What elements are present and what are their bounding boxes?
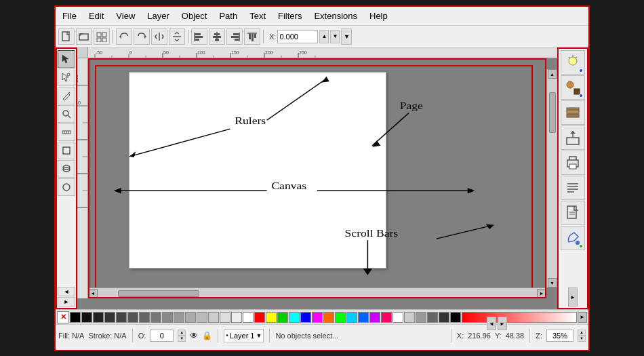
- scrollbar-v-down-btn[interactable]: ▼: [548, 278, 557, 288]
- scrollbar-horizontal[interactable]: ◄ ►: [88, 288, 546, 298]
- layers-btn[interactable]: [561, 100, 585, 125]
- color-swatch[interactable]: [416, 312, 426, 323]
- menu-edit[interactable]: Edit: [86, 10, 106, 22]
- toolbar-redo-btn[interactable]: [134, 28, 150, 45]
- color-swatch[interactable]: [393, 312, 403, 323]
- menu-help[interactable]: Help: [367, 10, 390, 22]
- sphere-tool-btn[interactable]: [58, 160, 75, 178]
- toolbar-undo-btn[interactable]: [116, 28, 132, 45]
- toolbar-x-input[interactable]: [277, 30, 318, 43]
- layer-selector[interactable]: • Layer 1 ▼: [224, 329, 264, 342]
- grayscale-swatch[interactable]: [185, 312, 196, 323]
- scrollbar-v-thumb[interactable]: [549, 92, 556, 133]
- panel-expand-btn[interactable]: ►: [568, 288, 578, 306]
- menu-filters[interactable]: Filters: [275, 10, 304, 22]
- red-gradient-swatch[interactable]: [462, 312, 577, 323]
- grayscale-swatch[interactable]: [243, 312, 254, 323]
- menu-object[interactable]: Object: [179, 10, 210, 22]
- color-swatch[interactable]: [381, 312, 392, 323]
- grayscale-swatch[interactable]: [197, 312, 207, 323]
- toolbar-x-up-btn[interactable]: ▲: [319, 30, 329, 43]
- tool-arrow-left-btn[interactable]: ◄: [58, 287, 75, 296]
- menu-view[interactable]: View: [113, 10, 138, 22]
- opacity-up-btn[interactable]: ▲: [178, 330, 186, 336]
- drawing-area[interactable]: Rulers Canvas: [88, 58, 546, 298]
- color-swatch[interactable]: [439, 312, 449, 323]
- selector-tool-btn[interactable]: [58, 50, 75, 68]
- toolbar-flip-h-btn[interactable]: [151, 28, 167, 45]
- scrollbar-v-up-btn[interactable]: ▲: [548, 69, 557, 79]
- zoom-up-btn[interactable]: ▲: [578, 330, 586, 336]
- toolbar-align-right-btn[interactable]: [226, 28, 243, 45]
- toolbar-flip-v-btn[interactable]: [169, 28, 185, 45]
- grayscale-swatch[interactable]: [162, 312, 173, 323]
- xml-editor-btn[interactable]: [561, 75, 585, 100]
- grayscale-swatch[interactable]: [116, 312, 127, 323]
- print2-btn[interactable]: [561, 151, 585, 175]
- scrollbar-h-left-btn[interactable]: ◄: [88, 289, 98, 298]
- color-swatch[interactable]: [300, 312, 311, 323]
- color-swatch[interactable]: [369, 312, 380, 323]
- color-swatch[interactable]: [254, 312, 265, 323]
- lock-icon[interactable]: 🔒: [202, 331, 212, 340]
- canvas-viewport[interactable]: -100 0: [77, 58, 557, 298]
- toolbar-align-center-btn[interactable]: [209, 28, 225, 45]
- toolbar-open-recent-btn[interactable]: [94, 28, 110, 45]
- grayscale-swatch[interactable]: [139, 312, 150, 323]
- visibility-icon[interactable]: 👁: [190, 331, 198, 340]
- color-swatch[interactable]: [289, 312, 300, 323]
- scrollbar-h-thumb[interactable]: [118, 290, 199, 297]
- pen-tool-btn[interactable]: [58, 87, 75, 104]
- tool-arrow-right-btn[interactable]: ►: [58, 297, 75, 306]
- canvas-area[interactable]: -50 0 50 100 150 200 250: [77, 47, 557, 309]
- symbols-btn[interactable]: [561, 176, 585, 200]
- document-props-btn[interactable]: [561, 201, 585, 225]
- color-swatch[interactable]: [335, 312, 346, 323]
- zoom-input[interactable]: [546, 330, 573, 342]
- toolbar-dropdown-btn[interactable]: ▼: [341, 28, 352, 45]
- grayscale-swatch[interactable]: [220, 312, 230, 323]
- measure-tool-btn[interactable]: [58, 123, 75, 141]
- menu-layer[interactable]: Layer: [144, 10, 172, 22]
- export-btn[interactable]: [561, 125, 585, 150]
- grayscale-swatch[interactable]: [231, 312, 242, 323]
- menu-extensions[interactable]: Extensions: [311, 10, 360, 22]
- node-editor-tool-btn[interactable]: [58, 68, 75, 86]
- menu-path[interactable]: Path: [216, 10, 240, 22]
- grayscale-swatch[interactable]: [93, 312, 104, 323]
- bottom-nav-left[interactable]: ◄: [487, 317, 496, 330]
- grayscale-swatch[interactable]: [127, 312, 138, 323]
- toolbar-align-left-btn[interactable]: [191, 28, 207, 45]
- no-color-swatch[interactable]: ✕: [57, 311, 69, 323]
- menu-text[interactable]: Text: [247, 10, 268, 22]
- paint-bucket-btn[interactable]: [561, 226, 585, 250]
- toolbar-open-btn[interactable]: [76, 28, 92, 45]
- zoom-tool-btn[interactable]: [58, 105, 75, 123]
- toolbar-align-top-btn[interactable]: [244, 28, 260, 45]
- menu-file[interactable]: File: [60, 10, 79, 22]
- grayscale-swatch[interactable]: [81, 312, 92, 323]
- palette-scroll-btn[interactable]: ►: [578, 312, 587, 323]
- scrollbar-h-right-btn[interactable]: ►: [537, 289, 546, 298]
- toolbar-x-down-btn[interactable]: ▼: [330, 30, 340, 43]
- grayscale-swatch[interactable]: [104, 312, 115, 323]
- color-swatch[interactable]: [277, 312, 288, 323]
- zoom-down-btn[interactable]: ▼: [578, 336, 586, 342]
- color-swatch[interactable]: [266, 312, 277, 323]
- color-swatch[interactable]: [346, 312, 357, 323]
- color-swatch[interactable]: [323, 312, 334, 323]
- color-swatch[interactable]: [450, 312, 461, 323]
- fill-stroke-btn[interactable]: [561, 50, 585, 75]
- color-swatch[interactable]: [404, 312, 415, 323]
- rectangle-tool-btn[interactable]: [58, 142, 75, 159]
- grayscale-swatch[interactable]: [150, 312, 161, 323]
- color-swatch[interactable]: [358, 312, 369, 323]
- opacity-input[interactable]: [150, 330, 174, 342]
- circle-tool-btn[interactable]: [58, 178, 75, 196]
- color-swatch[interactable]: [427, 312, 438, 323]
- color-swatch[interactable]: [312, 312, 323, 323]
- scrollbar-vertical[interactable]: ▲ ▼: [546, 69, 557, 288]
- bottom-nav-right[interactable]: ►: [498, 317, 507, 330]
- grayscale-swatch[interactable]: [208, 312, 219, 323]
- grayscale-swatch[interactable]: [174, 312, 184, 323]
